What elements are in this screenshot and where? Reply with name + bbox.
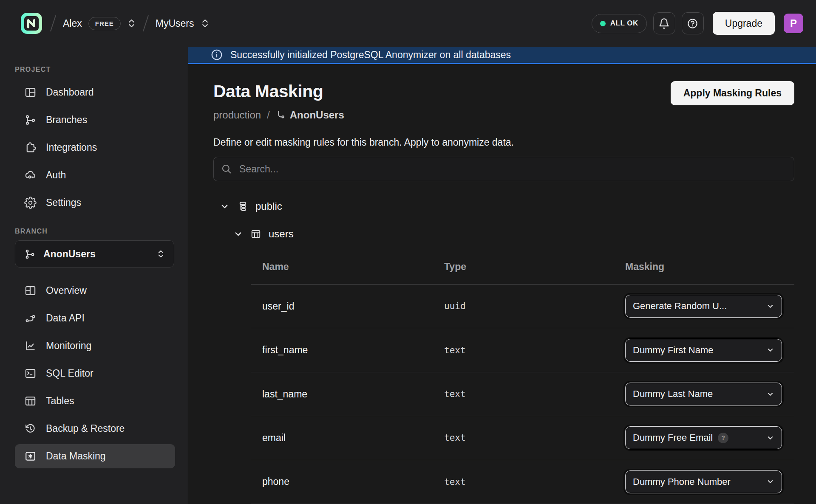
collapse-schema-button[interactable]	[220, 202, 230, 211]
child-branch-icon	[276, 110, 286, 120]
upgrade-button[interactable]: Upgrade	[713, 12, 775, 35]
chevron-down-icon	[766, 302, 774, 310]
bell-icon	[658, 18, 670, 29]
help-button[interactable]	[682, 12, 704, 34]
separator-slash	[143, 15, 149, 32]
breadcrumb-current: AnonUsers	[276, 109, 344, 121]
sidebar-item-label: Branches	[46, 114, 87, 126]
sidebar-item-label: Auth	[46, 169, 66, 181]
search-bar[interactable]	[213, 157, 794, 181]
tree-node-schema: public	[220, 199, 794, 214]
top-bar-right: ALL OK Upgrade P	[592, 12, 803, 35]
sidebar-item-label: Dashboard	[46, 87, 94, 98]
org-switcher[interactable]: Alex FREE	[63, 17, 136, 30]
column-name: email	[251, 432, 433, 444]
masking-select-user-id[interactable]: Generate Random U...	[625, 295, 782, 318]
branch-nav: Overview Data API Monitoring	[15, 277, 174, 470]
breadcrumb-separator: /	[267, 109, 270, 121]
sidebar-item-label: Data Masking	[46, 451, 106, 462]
chevron-updown-icon	[127, 18, 136, 28]
neon-logo[interactable]	[20, 11, 43, 35]
sidebar-section-project: PROJECT	[15, 66, 174, 73]
table-name[interactable]: users	[269, 228, 294, 240]
search-input[interactable]	[238, 163, 787, 175]
schema-name[interactable]: public	[255, 200, 282, 212]
sidebar-item-dashboard[interactable]: Dashboard	[15, 79, 175, 106]
sidebar-item-branches[interactable]: Branches	[15, 106, 175, 134]
main-content: Successfully initialized PostgreSQL Anon…	[188, 47, 816, 504]
monitoring-chart-icon	[24, 340, 37, 352]
table-icon	[24, 395, 37, 407]
chevron-down-icon	[766, 390, 774, 398]
apply-masking-rules-button[interactable]: Apply Masking Rules	[671, 81, 794, 105]
chevron-down-icon	[220, 202, 230, 211]
top-bar: Alex FREE MyUsers ALL OK	[0, 0, 816, 47]
columns-table: Name Type Masking user_id uuid Generate …	[251, 249, 794, 504]
sidebar-item-data-api[interactable]: Data API	[15, 304, 175, 332]
masking-select-first-name[interactable]: Dummy First Name	[625, 339, 782, 362]
history-icon	[24, 422, 37, 435]
sidebar-item-label: Backup & Restore	[46, 423, 125, 434]
column-type: text	[433, 345, 614, 355]
top-bar-left: Alex FREE MyUsers	[20, 11, 210, 35]
project-nav: Dashboard Branches Integrations	[15, 79, 174, 217]
sidebar-item-backup-restore[interactable]: Backup & Restore	[15, 415, 175, 442]
table-row: phone text Dummy Phone Number	[251, 460, 794, 504]
sidebar-item-sql-editor[interactable]: SQL Editor	[15, 360, 175, 387]
masking-select-phone[interactable]: Dummy Phone Number	[625, 470, 782, 493]
sidebar-item-tables[interactable]: Tables	[15, 387, 175, 415]
schema-tree: public users	[213, 199, 794, 242]
project-name: MyUsers	[156, 18, 194, 29]
banner-message: Successfully initialized PostgreSQL Anon…	[230, 49, 511, 61]
column-type: text	[433, 433, 614, 443]
breadcrumb-parent[interactable]: production	[213, 109, 261, 121]
masking-select-value: Dummy Phone Number	[633, 476, 731, 487]
puzzle-icon	[24, 141, 37, 154]
branch-icon	[24, 248, 36, 260]
terminal-icon	[24, 367, 37, 380]
column-type: text	[433, 389, 614, 399]
chevron-updown-icon	[157, 249, 165, 259]
breadcrumb-current-label: AnonUsers	[290, 109, 344, 121]
help-badge[interactable]: ?	[718, 433, 728, 443]
column-name: phone	[251, 476, 433, 487]
column-name: first_name	[251, 344, 433, 356]
status-dot-icon	[600, 21, 606, 26]
sidebar-item-data-masking[interactable]: Data Masking	[15, 444, 175, 468]
sidebar-item-label: Settings	[46, 197, 81, 208]
info-banner: Successfully initialized PostgreSQL Anon…	[188, 47, 816, 64]
table-row: email text Dummy Free Email ?	[251, 416, 794, 460]
sidebar-item-label: Data API	[46, 313, 85, 324]
sidebar: PROJECT Dashboard Branches	[0, 47, 188, 504]
neon-logo-icon	[20, 11, 43, 35]
auth-cloud-key-icon	[24, 169, 37, 181]
avatar[interactable]: P	[784, 14, 803, 33]
column-name: user_id	[251, 301, 433, 312]
collapse-table-button[interactable]	[233, 229, 243, 239]
column-type: text	[433, 477, 614, 487]
plan-badge: FREE	[88, 17, 121, 30]
project-switcher[interactable]: MyUsers	[156, 18, 210, 29]
column-name: last_name	[251, 389, 433, 400]
column-header-type: Type	[433, 261, 614, 273]
branch-selector[interactable]: AnonUsers	[15, 240, 174, 267]
notifications-button[interactable]	[653, 12, 675, 34]
sidebar-item-integrations[interactable]: Integrations	[15, 134, 175, 161]
chevron-down-icon	[766, 434, 774, 442]
sidebar-item-label: Overview	[46, 285, 87, 296]
sidebar-item-label: Monitoring	[46, 340, 91, 352]
data-masking-icon	[24, 450, 37, 462]
sidebar-item-auth[interactable]: Auth	[15, 161, 175, 189]
masking-select-value: Dummy Free Email	[633, 432, 713, 443]
data-api-icon	[24, 312, 37, 324]
masking-select-last-name[interactable]: Dummy Last Name	[625, 383, 782, 405]
masking-select-email[interactable]: Dummy Free Email ?	[625, 426, 782, 449]
masking-select-value: Dummy First Name	[633, 345, 713, 356]
org-name: Alex	[63, 18, 82, 29]
sidebar-item-settings[interactable]: Settings	[15, 189, 175, 217]
status-pill[interactable]: ALL OK	[592, 14, 647, 33]
sidebar-item-monitoring[interactable]: Monitoring	[15, 332, 175, 360]
app-shell: PROJECT Dashboard Branches	[0, 47, 816, 504]
sidebar-item-label: Integrations	[46, 142, 97, 153]
sidebar-item-overview[interactable]: Overview	[15, 277, 175, 304]
